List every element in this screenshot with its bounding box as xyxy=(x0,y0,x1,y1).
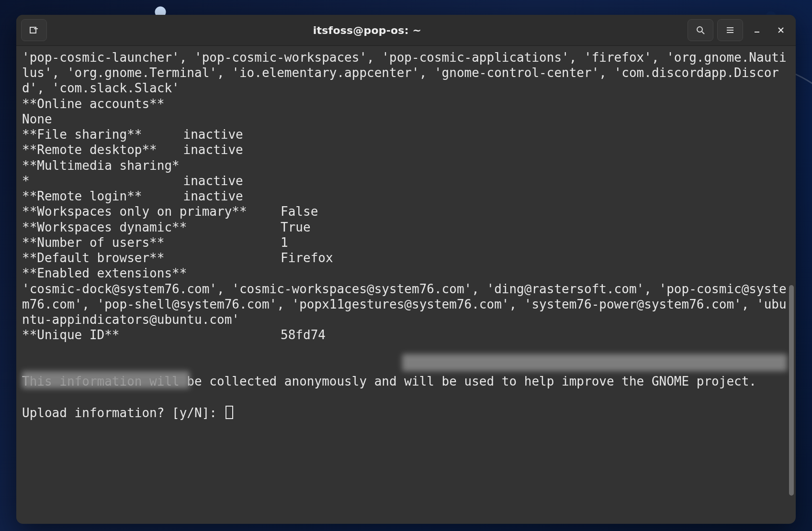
multimedia-sharing-label: **Multimedia sharing** xyxy=(22,158,183,188)
workspaces-primary-label: **Workspaces only on primary** xyxy=(22,204,281,219)
num-users-value: 1 xyxy=(281,235,288,250)
text-cursor xyxy=(226,406,233,419)
unique-id-value: 58fd74 xyxy=(281,328,326,342)
terminal-output[interactable]: 'pop-cosmic-launcher', 'pop-cosmic-works… xyxy=(16,46,796,524)
multimedia-sharing-value: inactive xyxy=(183,174,243,188)
new-tab-button[interactable] xyxy=(21,19,47,41)
unique-id-label: **Unique ID** xyxy=(22,327,281,343)
workspaces-dynamic-value: True xyxy=(281,220,311,234)
remote-login-label: **Remote login** xyxy=(22,188,183,204)
close-icon xyxy=(777,26,785,34)
new-tab-icon xyxy=(29,25,39,35)
minimize-icon xyxy=(753,26,761,34)
close-button[interactable] xyxy=(771,20,791,41)
search-button[interactable] xyxy=(688,19,713,41)
disclaimer-text: This information will be collected anony… xyxy=(22,374,756,388)
upload-prompt: Upload information? [y/N]: xyxy=(22,406,225,420)
enabled-extensions-value: 'cosmic-dock@system76.com', 'cosmic-work… xyxy=(22,282,787,327)
svg-line-4 xyxy=(702,32,704,34)
workspaces-primary-value: False xyxy=(281,204,318,219)
menu-button[interactable] xyxy=(717,19,743,41)
terminal-window: itsfoss@pop-os: ~ xyxy=(16,15,796,524)
window-title: itsfoss@pop-os: ~ xyxy=(51,24,684,36)
search-icon xyxy=(696,25,705,35)
online-accounts-label: **Online accounts** xyxy=(22,97,164,111)
file-sharing-label: **File sharing** xyxy=(22,127,183,142)
favorite-apps-list: 'pop-cosmic-launcher', 'pop-cosmic-works… xyxy=(22,50,787,95)
enabled-extensions-label: **Enabled extensions** xyxy=(22,266,187,280)
file-sharing-value: inactive xyxy=(183,127,243,142)
default-browser-value: Firefox xyxy=(281,251,333,265)
terminal-body-wrapper: 'pop-cosmic-launcher', 'pop-cosmic-works… xyxy=(16,46,796,524)
remote-desktop-label: **Remote desktop** xyxy=(22,142,183,157)
remote-login-value: inactive xyxy=(183,189,243,203)
hamburger-icon xyxy=(725,25,735,35)
window-titlebar: itsfoss@pop-os: ~ xyxy=(16,15,796,46)
minimize-button[interactable] xyxy=(747,20,767,41)
workspaces-dynamic-label: **Workspaces dynamic** xyxy=(22,220,281,235)
svg-rect-0 xyxy=(30,27,36,33)
svg-point-3 xyxy=(697,27,702,32)
num-users-label: **Number of users** xyxy=(22,235,281,250)
default-browser-label: **Default browser** xyxy=(22,250,281,266)
titlebar-right-group xyxy=(688,19,791,41)
online-accounts-value: None xyxy=(22,112,52,126)
remote-desktop-value: inactive xyxy=(183,143,243,157)
